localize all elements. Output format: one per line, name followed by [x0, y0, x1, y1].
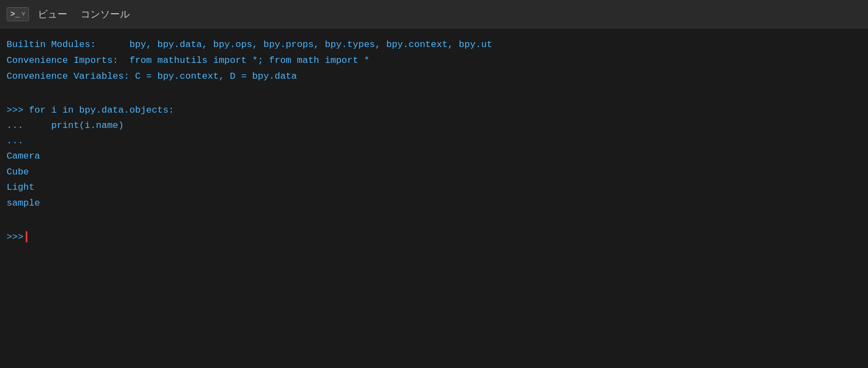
- info-line-3: Convenience Variables: C = bpy.context, …: [7, 69, 861, 84]
- header-bar: >_ v ビュー コンソール: [0, 0, 868, 28]
- menu-item-view[interactable]: ビュー: [38, 8, 67, 21]
- code-block: >>> for i in bpy.data.objects: ... print…: [7, 103, 861, 149]
- cursor-blink: [26, 231, 27, 242]
- chevron-down-icon: v: [22, 11, 25, 17]
- output-camera: Camera: [7, 149, 861, 165]
- terminal-icon-button[interactable]: >_ v: [7, 7, 29, 21]
- output-light: Light: [7, 180, 861, 196]
- console-area: Builtin Modules: bpy, bpy.data, bpy.ops,…: [0, 28, 868, 368]
- code-line-1: >>> for i in bpy.data.objects:: [7, 103, 861, 118]
- menu-item-console[interactable]: コンソール: [80, 8, 130, 21]
- prompt-area[interactable]: >>>: [7, 231, 861, 242]
- blank-line-1: [7, 85, 861, 98]
- terminal-icon: >_: [10, 10, 20, 19]
- code-line-2: ... print(i.name): [7, 118, 861, 133]
- prompt-text: >>>: [7, 232, 24, 242]
- header-menu: ビュー コンソール: [38, 8, 130, 21]
- output-sample: sample: [7, 196, 861, 212]
- output-cube: Cube: [7, 165, 861, 180]
- code-line-3: ...: [7, 133, 861, 149]
- info-line-2: Convenience Imports: from mathutils impo…: [7, 53, 861, 68]
- blank-line-2: [7, 212, 861, 225]
- info-line-1: Builtin Modules: bpy, bpy.data, bpy.ops,…: [7, 37, 861, 52]
